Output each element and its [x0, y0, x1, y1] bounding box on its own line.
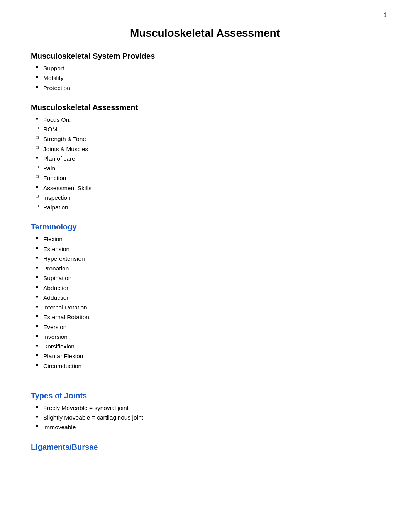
list-item-text: Strength & Tone	[43, 134, 86, 143]
list-item: ❑Pain	[31, 164, 379, 173]
list-item-text: Plantar Flexion	[43, 352, 83, 360]
filled-square-bullet-icon: ■	[31, 285, 43, 289]
list-item: ■Pronation	[31, 264, 379, 273]
list-item-text: ROM	[43, 125, 57, 134]
filled-square-bullet-icon: ■	[31, 343, 43, 347]
list-item-text: Extension	[43, 245, 69, 253]
list-item-text: Hyperextension	[43, 254, 85, 263]
list-item: ■Protection	[31, 83, 379, 92]
page-title: Musculoskeletal Assessment	[31, 27, 379, 39]
filled-square-bullet-icon: ■	[31, 405, 43, 409]
list-item: ■Assessment Skills	[31, 184, 379, 192]
list-item: ■Hyperextension	[31, 254, 379, 263]
list-item-text: Support	[43, 64, 64, 73]
section-heading-musculoskeletal-assessment: Musculoskeletal Assessment	[31, 103, 379, 112]
list-item: ■Internal Rotation	[31, 303, 379, 312]
section-heading-musculoskeletal-system-provides: Musculoskeletal System Provides	[31, 52, 379, 61]
section-ligaments-bursae: Ligaments/Bursae	[31, 443, 379, 452]
list-item: ❑Strength & Tone	[31, 134, 379, 143]
section-heading-terminology: Terminology	[31, 223, 379, 231]
section-musculoskeletal-assessment: Musculoskeletal Assessment■Focus On:❑ROM…	[31, 103, 379, 212]
list-item-text: Dorsiflexion	[43, 342, 75, 351]
list-item: ■Adduction	[31, 293, 379, 302]
section-terminology: Terminology■Flexion■Extension■Hyperexten…	[31, 223, 379, 381]
list-item-text: Plan of care	[43, 154, 75, 163]
section-types-of-joints: Types of Joints■Freely Moveable = synovi…	[31, 391, 379, 432]
filled-square-bullet-icon: ■	[31, 314, 43, 318]
list-item: ❑Function	[31, 173, 379, 182]
list-item: ■Slightly Moveable = cartilaginous joint	[31, 413, 379, 422]
list-item: ■Flexion	[31, 235, 379, 243]
small-square-bullet-icon: ❑	[31, 175, 43, 178]
filled-square-bullet-icon: ■	[31, 275, 43, 279]
list-item-text: Palpation	[43, 203, 68, 212]
list-item-text: Assessment Skills	[43, 184, 91, 192]
list-item: ■Supination	[31, 274, 379, 282]
filled-square-bullet-icon: ■	[31, 85, 43, 89]
list-item: ■Immoveable	[31, 423, 379, 432]
filled-square-bullet-icon: ■	[31, 117, 43, 121]
list-item: ■Inversion	[31, 332, 379, 341]
list-musculoskeletal-assessment: ■Focus On:❑ROM❑Strength & Tone❑Joints & …	[31, 115, 379, 212]
list-item: ❑Inspection	[31, 193, 379, 202]
list-item: ■Freely Moveable = synovial joint	[31, 403, 379, 412]
list-item-text: Circumduction	[43, 362, 81, 371]
filled-square-bullet-icon: ■	[31, 236, 43, 240]
small-square-bullet-icon: ❑	[31, 146, 43, 150]
list-item: ■Circumduction	[31, 362, 379, 371]
filled-square-bullet-icon: ■	[31, 185, 43, 189]
filled-square-bullet-icon: ■	[31, 324, 43, 328]
list-item: ❑Palpation	[31, 203, 379, 212]
list-item-text: Immoveable	[43, 423, 76, 432]
list-item: ■Focus On:	[31, 115, 379, 124]
filled-square-bullet-icon: ■	[31, 334, 43, 338]
filled-square-bullet-icon: ■	[31, 424, 43, 428]
list-item-text: Freely Moveable = synovial joint	[43, 403, 129, 412]
filled-square-bullet-icon: ■	[31, 353, 43, 357]
filled-square-bullet-icon: ■	[31, 295, 43, 299]
list-item: ■Extension	[31, 245, 379, 253]
list-item-text: Internal Rotation	[43, 303, 87, 312]
list-item-text: Slightly Moveable = cartilaginous joint	[43, 413, 143, 422]
section-heading-ligaments-bursae: Ligaments/Bursae	[31, 443, 379, 452]
list-item-text: Inversion	[43, 332, 68, 341]
list-item-text: Function	[43, 173, 66, 182]
list-item: ■Mobility	[31, 73, 379, 82]
list-item: ❑Joints & Muscles	[31, 144, 379, 153]
filled-square-bullet-icon: ■	[31, 265, 43, 269]
list-item-text: Eversion	[43, 323, 66, 331]
list-item-text: Inspection	[43, 193, 71, 202]
list-item-text: Protection	[43, 83, 70, 92]
small-square-bullet-icon: ❑	[31, 204, 43, 208]
list-item: ■Plantar Flexion	[31, 352, 379, 360]
small-square-bullet-icon: ❑	[31, 165, 43, 169]
filled-square-bullet-icon: ■	[31, 75, 43, 79]
list-item: ■Abduction	[31, 284, 379, 292]
filled-square-bullet-icon: ■	[31, 256, 43, 260]
list-item-text: Focus On:	[43, 115, 71, 124]
list-item-text: Pain	[43, 164, 55, 173]
filled-square-bullet-icon: ■	[31, 304, 43, 308]
list-item: ■External Rotation	[31, 313, 379, 321]
list-item-text: Joints & Muscles	[43, 144, 88, 153]
small-square-bullet-icon: ❑	[31, 126, 43, 130]
filled-square-bullet-icon: ■	[31, 156, 43, 160]
list-item: ❑ROM	[31, 125, 379, 134]
section-heading-types-of-joints: Types of Joints	[31, 391, 379, 400]
list-item-text: External Rotation	[43, 313, 89, 321]
list-item-text: Pronation	[43, 264, 69, 273]
list-types-of-joints: ■Freely Moveable = synovial joint■Slight…	[31, 403, 379, 432]
list-item: ■Eversion	[31, 323, 379, 331]
list-item-text: Mobility	[43, 73, 64, 82]
list-item: ■Dorsiflexion	[31, 342, 379, 351]
list-item-text: Abduction	[43, 284, 70, 292]
list-item-text: Adduction	[43, 293, 70, 302]
filled-square-bullet-icon: ■	[31, 246, 43, 250]
list-item-text: Supination	[43, 274, 71, 282]
section-musculoskeletal-system-provides: Musculoskeletal System Provides■Support■…	[31, 52, 379, 92]
list-musculoskeletal-system-provides: ■Support■Mobility■Protection	[31, 64, 379, 92]
small-square-bullet-icon: ❑	[31, 195, 43, 198]
filled-square-bullet-icon: ■	[31, 415, 43, 418]
list-item: ■Support	[31, 64, 379, 73]
list-terminology: ■Flexion■Extension■Hyperextension■Pronat…	[31, 235, 379, 371]
